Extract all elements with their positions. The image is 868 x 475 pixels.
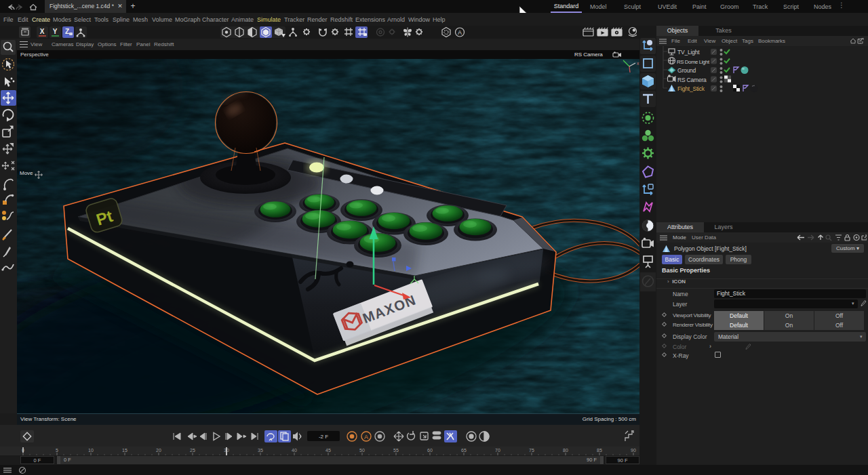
svg-text:5: 5 bbox=[56, 448, 58, 453]
svg-text:Y: Y bbox=[53, 28, 58, 35]
svg-text:A: A bbox=[364, 434, 368, 440]
svg-text:A: A bbox=[458, 29, 462, 36]
svg-text:60: 60 bbox=[427, 448, 433, 453]
svg-text:35: 35 bbox=[258, 448, 263, 453]
svg-text:70: 70 bbox=[495, 448, 500, 453]
svg-text:40: 40 bbox=[292, 448, 297, 453]
svg-text:TV_Light: TV_Light bbox=[677, 49, 700, 56]
svg-text:45: 45 bbox=[326, 448, 331, 453]
svg-text:25: 25 bbox=[190, 448, 195, 453]
svg-text:20: 20 bbox=[156, 448, 161, 453]
svg-text:-2 F: -2 F bbox=[319, 434, 328, 440]
svg-text:10: 10 bbox=[88, 448, 94, 453]
svg-text:Fight_Stick: Fight_Stick bbox=[677, 85, 705, 92]
svg-text:Ground: Ground bbox=[677, 67, 696, 74]
svg-text:Z: Z bbox=[65, 28, 69, 35]
svg-text:50: 50 bbox=[359, 448, 365, 453]
svg-text:80: 80 bbox=[563, 448, 568, 453]
svg-text:85: 85 bbox=[597, 448, 602, 453]
svg-text:15: 15 bbox=[122, 448, 127, 453]
svg-text:X: X bbox=[40, 28, 45, 35]
svg-text:RS Dome Light: RS Dome Light bbox=[677, 59, 710, 65]
svg-text:75: 75 bbox=[529, 448, 534, 453]
svg-text:90: 90 bbox=[631, 448, 636, 453]
svg-text:65: 65 bbox=[461, 448, 467, 453]
svg-text:RS Camera: RS Camera bbox=[677, 77, 707, 83]
svg-text:55: 55 bbox=[393, 448, 399, 453]
